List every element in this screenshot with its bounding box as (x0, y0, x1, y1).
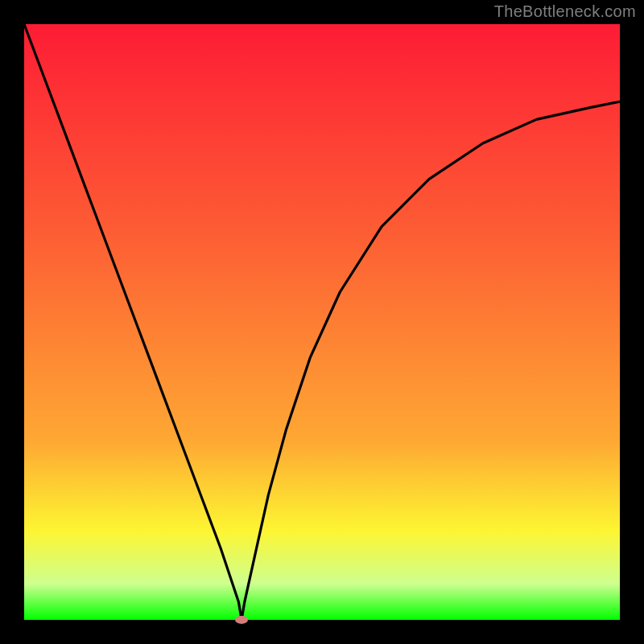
watermark-text: TheBottleneck.com (494, 2, 636, 21)
chart-frame: TheBottleneck.com (0, 0, 644, 644)
plot-area (24, 24, 620, 620)
curve-svg (24, 24, 620, 620)
minimum-marker (235, 616, 248, 624)
bottleneck-curve (24, 24, 620, 620)
